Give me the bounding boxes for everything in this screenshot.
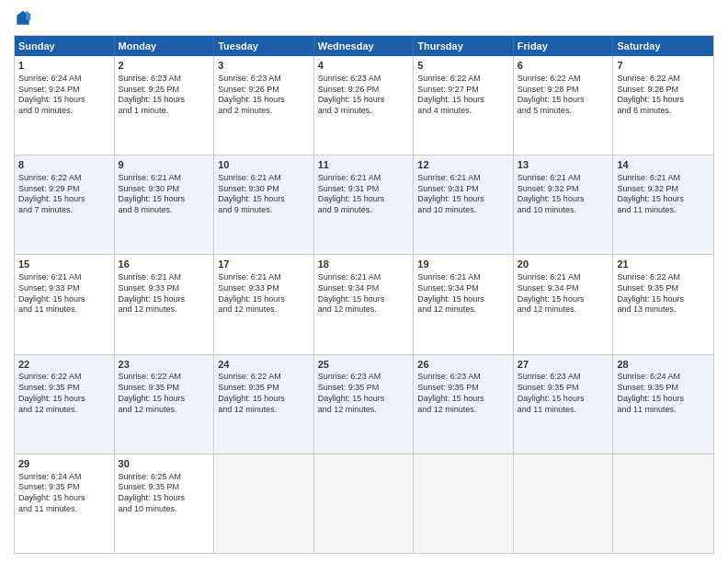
day-number: 6 xyxy=(518,59,609,73)
cell-info-line: Sunrise: 6:21 AM xyxy=(617,173,710,184)
cell-info-line: Daylight: 15 hours xyxy=(218,394,310,405)
header-tuesday: Tuesday xyxy=(214,36,314,56)
calendar-row-5: 29Sunrise: 6:24 AMSunset: 9:35 PMDayligh… xyxy=(15,454,713,553)
cell-info-line: Sunset: 9:35 PM xyxy=(18,383,110,394)
cell-info-line: and 2 minutes. xyxy=(218,106,310,117)
day-number: 2 xyxy=(119,59,210,73)
cell-info-line: Sunset: 9:33 PM xyxy=(18,283,110,294)
day-number: 26 xyxy=(417,358,509,372)
cell-info-line: and 11 minutes. xyxy=(18,504,110,515)
calendar-cell-r4-c1: 22Sunrise: 6:22 AMSunset: 9:35 PMDayligh… xyxy=(15,355,115,454)
cell-info-line: and 4 minutes. xyxy=(417,106,509,117)
calendar-row-2: 8Sunrise: 6:22 AMSunset: 9:29 PMDaylight… xyxy=(15,155,713,255)
calendar-row-1: 1Sunrise: 6:24 AMSunset: 9:24 PMDaylight… xyxy=(15,56,713,155)
day-number: 16 xyxy=(119,258,210,271)
cell-info-line: and 8 minutes. xyxy=(119,205,210,216)
cell-info-line: Sunrise: 6:24 AM xyxy=(18,74,110,85)
cell-info-line: Sunrise: 6:25 AM xyxy=(119,472,210,483)
logo xyxy=(14,9,36,28)
cell-info-line: Sunset: 9:29 PM xyxy=(18,184,110,195)
cell-info-line: Sunset: 9:35 PM xyxy=(518,383,609,394)
cell-info-line: Sunset: 9:34 PM xyxy=(518,283,609,294)
calendar-cell-r2-c4: 11Sunrise: 6:21 AMSunset: 9:31 PMDayligh… xyxy=(314,155,415,254)
cell-info-line: Daylight: 15 hours xyxy=(18,194,110,205)
cell-info-line: Sunrise: 6:21 AM xyxy=(119,272,210,283)
cell-info-line: Daylight: 15 hours xyxy=(518,294,609,305)
cell-info-line: and 11 minutes. xyxy=(518,405,609,416)
cell-info-line: Sunrise: 6:23 AM xyxy=(318,74,410,85)
cell-info-line: Sunrise: 6:22 AM xyxy=(617,74,710,85)
day-number: 17 xyxy=(218,258,310,271)
cell-info-line: Sunset: 9:28 PM xyxy=(617,85,710,96)
calendar-cell-r1-c3: 3Sunrise: 6:23 AMSunset: 9:26 PMDaylight… xyxy=(214,56,314,155)
cell-info-line: Sunrise: 6:22 AM xyxy=(617,272,710,283)
day-number: 7 xyxy=(617,59,710,73)
header xyxy=(14,9,714,28)
cell-info-line: Sunrise: 6:21 AM xyxy=(218,272,310,283)
day-number: 5 xyxy=(417,59,509,73)
cell-info-line: and 12 minutes. xyxy=(119,304,210,316)
cell-info-line: Sunrise: 6:24 AM xyxy=(18,472,110,483)
cell-info-line: and 11 minutes. xyxy=(617,405,710,416)
calendar-row-4: 22Sunrise: 6:22 AMSunset: 9:35 PMDayligh… xyxy=(15,355,713,454)
cell-info-line: Sunrise: 6:23 AM xyxy=(119,74,210,85)
cell-info-line: and 12 minutes. xyxy=(18,405,110,416)
cell-info-line: Daylight: 15 hours xyxy=(119,194,210,205)
calendar-cell-r1-c6: 6Sunrise: 6:22 AMSunset: 9:28 PMDaylight… xyxy=(514,56,614,155)
cell-info-line: Daylight: 15 hours xyxy=(617,294,710,305)
calendar-row-3: 15Sunrise: 6:21 AMSunset: 9:33 PMDayligh… xyxy=(15,255,713,354)
cell-info-line: Sunset: 9:32 PM xyxy=(617,184,710,195)
cell-info-line: Daylight: 15 hours xyxy=(218,95,310,106)
day-number: 8 xyxy=(18,158,110,172)
cell-info-line: Sunset: 9:33 PM xyxy=(218,283,310,294)
calendar-cell-r5-c7 xyxy=(613,454,713,553)
calendar-cell-r5-c4 xyxy=(314,454,415,553)
cell-info-line: Sunrise: 6:21 AM xyxy=(119,173,210,184)
cell-info-line: Daylight: 15 hours xyxy=(119,394,210,405)
calendar-cell-r5-c6 xyxy=(514,454,614,553)
cell-info-line: and 3 minutes. xyxy=(318,106,410,117)
calendar-cell-r2-c3: 10Sunrise: 6:21 AMSunset: 9:30 PMDayligh… xyxy=(214,155,314,254)
cell-info-line: and 12 minutes. xyxy=(218,405,310,416)
cell-info-line: and 13 minutes. xyxy=(617,304,710,316)
calendar-cell-r5-c2: 30Sunrise: 6:25 AMSunset: 9:35 PMDayligh… xyxy=(115,454,215,553)
cell-info-line: Sunset: 9:27 PM xyxy=(417,85,509,96)
day-number: 18 xyxy=(318,258,410,271)
cell-info-line: Daylight: 15 hours xyxy=(318,394,410,405)
cell-info-line: Daylight: 15 hours xyxy=(18,493,110,504)
cell-info-line: and 12 minutes. xyxy=(119,405,210,416)
header-saturday: Saturday xyxy=(613,36,713,56)
cell-info-line: Sunrise: 6:21 AM xyxy=(518,272,609,283)
cell-info-line: Daylight: 15 hours xyxy=(518,194,609,205)
cell-info-line: and 12 minutes. xyxy=(417,405,509,416)
header-thursday: Thursday xyxy=(414,36,514,56)
cell-info-line: Sunset: 9:31 PM xyxy=(318,184,410,195)
calendar-cell-r2-c1: 8Sunrise: 6:22 AMSunset: 9:29 PMDaylight… xyxy=(15,155,115,254)
calendar-cell-r4-c7: 28Sunrise: 6:24 AMSunset: 9:35 PMDayligh… xyxy=(613,355,713,454)
header-friday: Friday xyxy=(514,36,614,56)
day-number: 1 xyxy=(18,59,110,73)
calendar-cell-r1-c7: 7Sunrise: 6:22 AMSunset: 9:28 PMDaylight… xyxy=(613,56,713,155)
cell-info-line: Sunset: 9:30 PM xyxy=(218,184,310,195)
day-number: 11 xyxy=(318,158,410,172)
day-number: 25 xyxy=(318,358,410,372)
cell-info-line: and 11 minutes. xyxy=(617,205,710,216)
cell-info-line: and 11 minutes. xyxy=(18,304,110,316)
cell-info-line: Daylight: 15 hours xyxy=(18,394,110,405)
cell-info-line: Daylight: 15 hours xyxy=(417,194,509,205)
day-number: 12 xyxy=(417,158,509,172)
day-number: 20 xyxy=(518,258,609,271)
day-number: 28 xyxy=(617,358,710,372)
calendar-cell-r3-c6: 20Sunrise: 6:21 AMSunset: 9:34 PMDayligh… xyxy=(514,255,614,353)
calendar-cell-r4-c6: 27Sunrise: 6:23 AMSunset: 9:35 PMDayligh… xyxy=(514,355,614,454)
cell-info-line: Daylight: 15 hours xyxy=(119,493,210,504)
calendar-cell-r1-c5: 5Sunrise: 6:22 AMSunset: 9:27 PMDaylight… xyxy=(414,56,514,155)
cell-info-line: Sunrise: 6:21 AM xyxy=(18,272,110,283)
calendar-cell-r3-c1: 15Sunrise: 6:21 AMSunset: 9:33 PMDayligh… xyxy=(15,255,115,353)
cell-info-line: Daylight: 15 hours xyxy=(417,394,509,405)
header-wednesday: Wednesday xyxy=(314,36,415,56)
cell-info-line: Sunrise: 6:22 AM xyxy=(518,74,609,85)
calendar-cell-r4-c3: 24Sunrise: 6:22 AMSunset: 9:35 PMDayligh… xyxy=(214,355,314,454)
calendar-cell-r3-c3: 17Sunrise: 6:21 AMSunset: 9:33 PMDayligh… xyxy=(214,255,314,353)
cell-info-line: Daylight: 15 hours xyxy=(617,394,710,405)
